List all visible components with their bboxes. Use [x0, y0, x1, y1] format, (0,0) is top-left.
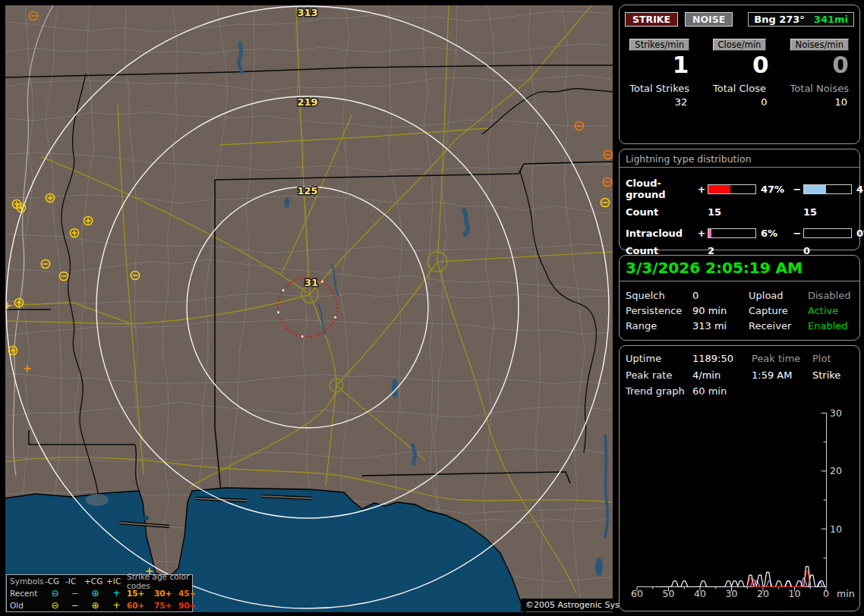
plus-sign: + — [695, 184, 708, 195]
minus-sign: − — [791, 228, 803, 239]
map-canvas[interactable]: 31321912531 ©2005 Astrogenic Systems Sym… — [5, 5, 613, 612]
plus-sign: + — [695, 228, 708, 239]
svg-text:313: 313 — [297, 7, 317, 18]
age-75-label: 75+ — [154, 601, 178, 610]
bearing-value: Bng 273° — [754, 14, 805, 25]
noises-column: Noises/min 0 Total Noises 10 — [780, 39, 859, 108]
panel-status: 3/3/2026 2:05:19 AM Squelch 0 Upload Dis… — [619, 255, 860, 341]
noises-per-min-value: 0 — [832, 53, 859, 77]
legend-pos-ic-header: +IC — [106, 577, 127, 586]
age-60-label: 60+ — [127, 601, 154, 610]
ic-minus-pct: 0% — [852, 228, 864, 239]
ic-plus-pct: 6% — [756, 228, 791, 239]
peak-rate-label: Peak rate — [626, 369, 692, 381]
cloud-ground-row: Cloud-ground + 47% − 47% — [620, 178, 859, 200]
legend-recent-label: Recent — [10, 589, 45, 598]
cloud-ground-count-row: Count 15 15 — [620, 206, 859, 218]
uptime-label: Uptime — [626, 353, 692, 364]
total-close-label: Total Close — [713, 83, 766, 94]
cloud-ground-label: Cloud-ground — [626, 178, 695, 200]
old-neg-ic-icon: − — [65, 600, 84, 611]
strike-mode-button[interactable]: STRIKE — [625, 12, 678, 27]
ic-minus-bar — [803, 228, 852, 238]
distance-value: 341mi — [814, 14, 848, 25]
intracloud-row: Intracloud + 6% − 0% — [620, 228, 859, 239]
svg-text:30: 30 — [830, 407, 842, 419]
bearing-distance-readout: Bng 273°341mi — [748, 12, 854, 27]
old-pos-ic-icon: + — [106, 600, 127, 611]
peak-rate-value: 4/min — [692, 369, 752, 381]
svg-text:10: 10 — [789, 588, 801, 599]
ic-plus-bar — [708, 228, 756, 238]
persistence-label: Persistence — [626, 305, 692, 316]
capture-label: Capture — [749, 305, 808, 316]
peak-time-header: Peak time — [752, 353, 812, 364]
legend-age-header: Strike age color codes — [127, 572, 203, 590]
intracloud-label: Intracloud — [626, 228, 695, 239]
close-per-min-chip: Close/min — [713, 39, 767, 51]
svg-text:20: 20 — [757, 588, 769, 599]
datetime-display: 3/3/2026 2:05:19 AM — [620, 256, 859, 281]
noises-per-min-chip: Noises/min — [790, 39, 849, 51]
age-15-label: 15+ — [127, 589, 154, 598]
cg-minus-count: 15 — [803, 206, 852, 218]
svg-text:125: 125 — [297, 185, 317, 196]
svg-text:40: 40 — [694, 588, 706, 599]
minus-sign: − — [791, 184, 803, 195]
upload-label: Upload — [749, 290, 808, 301]
trend-graph-label: Trend graph — [626, 385, 692, 397]
map-legend: Symbols -CG -IC +CG +IC Strike age color… — [6, 574, 193, 612]
legend-old-label: Old — [10, 601, 45, 610]
svg-text:50: 50 — [663, 588, 675, 599]
legend-neg-cg-header: -CG — [45, 577, 65, 586]
strikes-column: Strikes/min 1 Total Strikes 32 — [620, 39, 699, 108]
cg-plus-count: 15 — [708, 206, 756, 218]
close-column: Close/min 0 Total Close 0 — [699, 39, 779, 108]
panel-counters: STRIKE NOISE Bng 273°341mi Strikes/min 1… — [619, 5, 860, 144]
age-45-label: 45+ — [178, 589, 203, 598]
squelch-label: Squelch — [626, 290, 692, 301]
plot-mode-value: Strike — [812, 369, 853, 381]
old-neg-cg-icon: ⊖ — [45, 600, 65, 611]
legend-pos-cg-header: +CG — [84, 577, 106, 586]
persistence-value: 90 min — [692, 305, 749, 316]
cg-minus-pct: 47% — [852, 184, 864, 195]
peak-time-value: 1:59 AM — [752, 369, 812, 381]
receiver-label: Receiver — [749, 320, 808, 332]
upload-status: Disabled — [808, 290, 853, 301]
svg-text:20: 20 — [830, 465, 842, 476]
total-strikes-value: 32 — [675, 96, 700, 108]
cg-minus-bar — [803, 184, 852, 194]
legend-neg-ic-header: -IC — [65, 577, 84, 586]
strikes-per-min-chip: Strikes/min — [629, 39, 689, 51]
panel-lightning-distribution: Lightning type distribution Cloud-ground… — [619, 149, 860, 250]
total-close-value: 0 — [761, 96, 779, 108]
count-label: Count — [626, 206, 695, 218]
old-pos-cg-icon: ⊕ — [84, 600, 106, 611]
age-30-label: 30+ — [154, 589, 178, 598]
range-label: Range — [626, 320, 692, 332]
distribution-title: Lightning type distribution — [620, 149, 859, 168]
noise-mode-button[interactable]: NOISE — [685, 12, 733, 27]
total-noises-label: Total Noises — [790, 83, 849, 94]
recent-pos-cg-icon: ⊕ — [84, 588, 106, 599]
svg-text:219: 219 — [297, 96, 317, 108]
lightning-map[interactable]: 31321912531 — [5, 5, 613, 612]
cg-plus-pct: 47% — [756, 184, 791, 195]
recent-neg-cg-icon: ⊖ — [45, 588, 65, 599]
strikes-per-min-value: 1 — [673, 53, 700, 77]
close-per-min-value: 0 — [752, 53, 780, 77]
svg-text:10: 10 — [830, 523, 842, 535]
plot-header: Plot — [812, 353, 853, 364]
app-window: 31321912531 ©2005 Astrogenic Systems Sym… — [0, 0, 864, 616]
total-noises-value: 10 — [834, 96, 859, 108]
squelch-value: 0 — [692, 290, 749, 301]
svg-text:0: 0 — [823, 588, 829, 599]
cg-plus-bar — [708, 184, 756, 194]
receiver-status: Enabled — [808, 320, 853, 332]
recent-neg-ic-icon: − — [65, 588, 84, 599]
legend-symbols-header: Symbols — [10, 577, 45, 586]
trend-graph-window: 60 min — [692, 385, 853, 397]
range-value: 313 mi — [692, 320, 749, 332]
panel-session-trend: Uptime 1189:50 Peak time Plot Peak rate … — [619, 345, 860, 611]
